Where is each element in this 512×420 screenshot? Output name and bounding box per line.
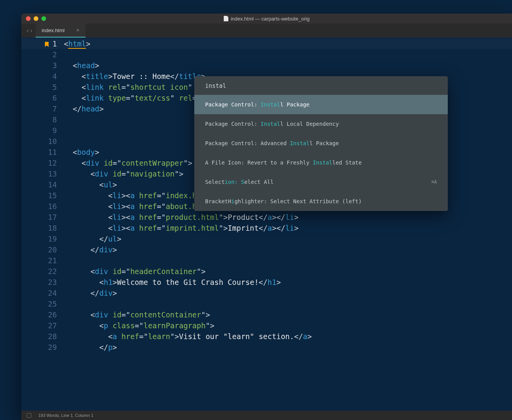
file-icon	[224, 16, 228, 21]
tab-close-button[interactable]: ×	[76, 27, 79, 33]
command-palette-item-shortcut: ⌘A	[432, 177, 437, 187]
line-number: 24	[21, 288, 57, 298]
status-text: 193 Words, Line 1, Column 1	[38, 413, 93, 418]
window-title: index.html — carparts-website_orig	[21, 16, 512, 22]
command-palette-list: Package Control: Install PackagePackage …	[194, 95, 448, 211]
line-number: 4	[21, 71, 57, 82]
command-palette-item[interactable]: Selection: Select All⌘A	[194, 172, 448, 192]
line-number: 29	[21, 342, 57, 353]
close-window-button[interactable]	[26, 16, 31, 21]
command-palette-item[interactable]: A File Icon: Revert to a Freshly Install…	[194, 153, 448, 172]
command-palette-item-label: Package Control: Install Package	[205, 99, 310, 110]
line-number: 5	[21, 82, 57, 93]
line-number: 6	[21, 93, 57, 103]
minimize-window-button[interactable]	[34, 16, 38, 21]
line-number: 8	[21, 114, 57, 125]
line-number: 10	[21, 136, 57, 147]
line-number: 18	[21, 223, 57, 233]
command-palette-item[interactable]: BracketHighlighter: Select Next Attribut…	[194, 192, 448, 211]
zoom-window-button[interactable]	[41, 16, 46, 21]
line-number: 14	[21, 179, 57, 190]
command-palette-item[interactable]: Package Control: Advanced Install Packag…	[194, 134, 448, 153]
gutter: 1234567891011121314151617181920212223242…	[21, 38, 64, 411]
line-number: 22	[21, 266, 57, 277]
nav-forward-button[interactable]: ›	[30, 27, 32, 34]
line-number: 20	[21, 244, 57, 255]
line-number: 3	[21, 60, 57, 71]
tabbar: ‹ › index.html ×	[21, 24, 512, 38]
line-number: 27	[21, 320, 57, 331]
command-palette-input[interactable]	[194, 76, 448, 95]
line-number: 13	[21, 168, 57, 179]
code-line[interactable]: <p class="learnParagraph">	[64, 320, 512, 331]
command-palette-item[interactable]: Package Control: Install Local Dependenc…	[194, 114, 448, 134]
code-line[interactable]: <html>	[64, 38, 512, 49]
tab-label: index.html	[42, 27, 65, 33]
panel-toggle-button[interactable]	[27, 413, 31, 418]
line-number: 9	[21, 125, 57, 136]
code-line[interactable]: <h1>Welcome to the Git Crash Course!</h1…	[64, 277, 512, 288]
command-palette-item-label: A File Icon: Revert to a Freshly Install…	[205, 157, 362, 168]
code-line[interactable]: </ul>	[64, 233, 512, 244]
titlebar: index.html — carparts-website_orig	[21, 14, 512, 24]
code-line[interactable]	[64, 255, 512, 266]
code-line[interactable]: <li><a href="product.html">Product</a></…	[64, 212, 512, 223]
line-number: 28	[21, 331, 57, 342]
history-nav: ‹ ›	[24, 24, 36, 38]
line-number: 16	[21, 201, 57, 212]
code-line[interactable]: <head>	[64, 60, 512, 71]
line-number: 15	[21, 190, 57, 201]
window-title-text: index.html — carparts-website_orig	[231, 16, 310, 22]
command-palette-item-label: BracketHighlighter: Select Next Attribut…	[205, 196, 362, 207]
code-line[interactable]: <a href="learn">Visit our "learn" sectio…	[64, 331, 512, 342]
nav-back-button[interactable]: ‹	[27, 27, 29, 34]
code-line[interactable]: </div>	[64, 244, 512, 255]
editor-window: index.html — carparts-website_orig ‹ › i…	[21, 14, 512, 420]
code-line[interactable]: <div id="headerContainer">	[64, 266, 512, 277]
code-line[interactable]: <div id="contentContainer">	[64, 309, 512, 320]
code-line[interactable]	[64, 298, 512, 309]
line-number: 21	[21, 255, 57, 266]
statusbar: 193 Words, Line 1, Column 1	[21, 411, 512, 420]
line-number: 25	[21, 298, 57, 309]
command-palette-item-label: Package Control: Install Local Dependenc…	[205, 118, 339, 129]
line-number: 17	[21, 212, 57, 223]
command-palette-item-label: Package Control: Advanced Install Packag…	[205, 138, 339, 149]
traffic-lights	[26, 16, 46, 21]
code-line[interactable]: <li><a href="imprint.html">Imprint</a></…	[64, 223, 512, 233]
code-line[interactable]	[64, 49, 512, 60]
tab-index-html[interactable]: index.html ×	[36, 24, 86, 38]
editor-area[interactable]: 1234567891011121314151617181920212223242…	[21, 38, 512, 411]
line-number: 7	[21, 103, 57, 114]
line-number: 23	[21, 277, 57, 288]
line-number: 26	[21, 309, 57, 320]
command-palette-item[interactable]: Package Control: Install Package	[194, 95, 448, 114]
line-number: 11	[21, 147, 57, 158]
line-number: 12	[21, 158, 57, 168]
line-number: 1	[21, 38, 57, 49]
command-palette: Package Control: Install PackagePackage …	[194, 76, 448, 211]
line-number: 2	[21, 49, 57, 60]
code-line[interactable]: </p>	[64, 342, 512, 353]
bookmark-icon	[45, 42, 49, 47]
command-palette-item-label: Selection: Select All	[205, 177, 274, 187]
line-number: 19	[21, 233, 57, 244]
code-line[interactable]: </div>	[64, 288, 512, 298]
